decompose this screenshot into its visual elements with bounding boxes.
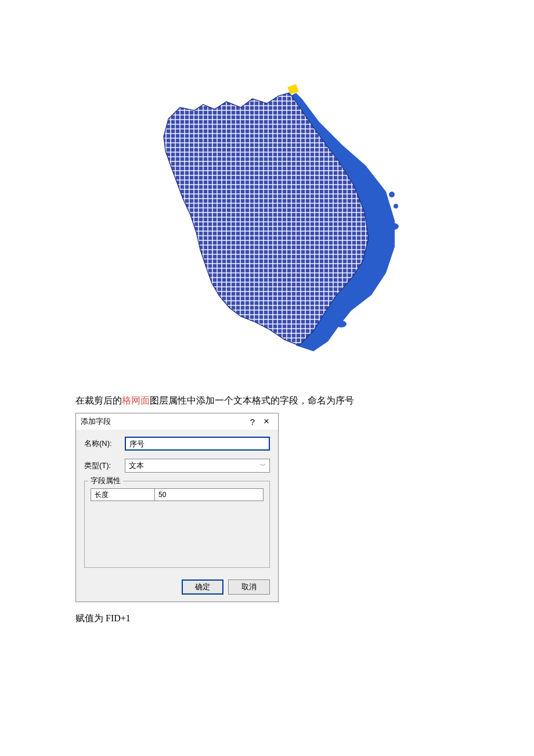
name-label: 名称(N): — [84, 438, 125, 449]
dialog-titlebar: 添加字段 ? × — [76, 413, 278, 430]
field-properties-legend: 字段属性 — [88, 476, 123, 486]
type-row: 类型(T): 文本 ﹀ — [84, 459, 270, 473]
svg-point-8 — [358, 281, 368, 288]
caption-highlight: 格网面 — [122, 395, 150, 405]
add-field-dialog: 添加字段 ? × 名称(N): 序号 类型(T): 文本 ﹀ 字段属性 长度 5… — [75, 413, 279, 602]
length-value[interactable]: 50 — [155, 489, 263, 501]
dialog-buttons: 确定 取消 — [76, 574, 278, 602]
type-label: 类型(T): — [84, 460, 125, 471]
length-row: 长度 50 — [91, 488, 264, 501]
svg-point-7 — [371, 264, 381, 270]
caption-text: 在裁剪后的格网面图层属性中添加一个文本格式的字段，命名为序号 — [75, 395, 534, 407]
name-row: 名称(N): 序号 — [84, 437, 270, 451]
svg-point-3 — [389, 192, 395, 197]
cancel-button[interactable]: 取消 — [228, 579, 270, 595]
footnote-text: 赋值为 FID+1 — [75, 613, 534, 625]
svg-point-6 — [380, 246, 392, 254]
name-input[interactable]: 序号 — [125, 437, 270, 451]
field-properties-group: 字段属性 长度 50 — [84, 481, 270, 568]
grid-map-svg — [122, 75, 412, 366]
svg-point-4 — [394, 204, 398, 208]
close-icon[interactable]: × — [259, 416, 273, 427]
ok-button[interactable]: 确定 — [182, 579, 223, 595]
svg-point-10 — [336, 321, 347, 327]
caption-suffix: 图层属性中添加一个文本格式的字段，命名为序号 — [150, 395, 354, 405]
chevron-down-icon: ﹀ — [260, 462, 266, 470]
map-illustration — [0, 58, 534, 383]
help-icon[interactable]: ? — [246, 417, 259, 427]
length-label: 长度 — [91, 489, 155, 501]
dialog-title: 添加字段 — [81, 416, 246, 427]
svg-point-9 — [347, 302, 355, 308]
caption-prefix: 在裁剪后的 — [75, 395, 122, 405]
type-selected-value: 文本 — [129, 460, 144, 471]
dialog-body: 名称(N): 序号 类型(T): 文本 ﹀ 字段属性 长度 50 — [76, 430, 278, 574]
svg-point-5 — [388, 223, 399, 230]
type-select[interactable]: 文本 ﹀ — [125, 459, 270, 473]
